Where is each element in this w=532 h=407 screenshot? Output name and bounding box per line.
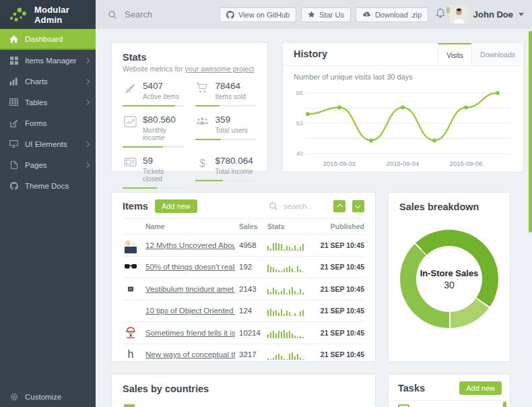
row-sales-value: 3217 (239, 350, 267, 358)
project-link[interactable]: your awesome project (185, 65, 255, 73)
stat-progress-fill (195, 105, 220, 106)
sidebar-item-label: Pages (25, 161, 47, 169)
col-published[interactable]: Published (316, 222, 364, 230)
sidebar-item-theme-docs[interactable]: Theme Docs (0, 175, 96, 196)
col-stats[interactable]: Stats (267, 222, 306, 230)
sidebar-item-tables[interactable]: Tables (0, 92, 96, 113)
stat-progress-track (195, 105, 257, 106)
spark-bar (300, 270, 301, 272)
history-tabs: VisitsDownloads (438, 43, 523, 65)
donut-center-value: 30 (444, 280, 455, 290)
stat-value: $780.064 (215, 156, 253, 166)
tab-visits[interactable]: Visits (438, 43, 471, 65)
sales-breakdown-title: Sales breakdown (399, 201, 499, 212)
col-sales[interactable]: Sales (239, 222, 267, 230)
spark-bar (267, 246, 269, 250)
stat-label: Total income (215, 168, 253, 175)
item-title-link[interactable]: 50% of things doesn't really b... (145, 263, 235, 271)
spark-bar (292, 334, 293, 338)
stat-label: Monthly income (143, 127, 185, 142)
spark-bar (270, 332, 271, 338)
stat-monthly-income: $80.560Monthly income (123, 115, 185, 148)
sidebar-item-ui-elements[interactable]: UI Elements (0, 133, 96, 154)
item-title-link[interactable]: Sometimes friend tells it is cold (145, 329, 235, 337)
stat-text: $80.560Monthly income (143, 115, 185, 142)
sidebar-item-charts[interactable]: Charts (0, 71, 96, 92)
item-title-link[interactable]: New ways of conceptual think... (145, 350, 235, 358)
spark-bar (273, 288, 274, 294)
add-item-button[interactable]: Add new (155, 199, 197, 213)
page-scrollbar[interactable] (529, 31, 532, 232)
tab-downloads[interactable]: Downloads (471, 43, 523, 65)
row-avatar-cell (123, 303, 139, 319)
spark-bar (284, 358, 285, 360)
item-title-link[interactable]: Vestibulum tincidunt amet lao... (145, 285, 235, 293)
item-title-link[interactable]: 10 tips of Object Oriented Des... (145, 307, 235, 315)
user-menu[interactable]: John Doe (450, 0, 524, 29)
row-published-value: 21 SEP 10:45 (316, 307, 364, 315)
chevron-right-icon (84, 99, 90, 104)
row-name-cell: Sometimes friend tells it is cold (145, 329, 239, 337)
sidebar-item-customize[interactable]: Customize (0, 386, 96, 407)
stat-progress-fill (195, 139, 221, 140)
search-input[interactable] (123, 9, 207, 20)
app-title: Modular Admin (34, 5, 96, 25)
sort-down-button[interactable] (352, 200, 364, 212)
spark-bar (286, 311, 288, 316)
spark-bar (297, 293, 298, 294)
spark-bar (289, 312, 290, 316)
item-title-link[interactable]: 12 Myths Uncovered About IT ... (145, 241, 235, 249)
rocket-icon (123, 82, 137, 95)
spark-bar (294, 245, 296, 251)
top-header: Modular Admin View on GitHubStar UsDownl… (0, 0, 532, 29)
stats-grid: 5407Active items78464Items sold$80.560Mo… (123, 82, 257, 189)
chevron-down-icon (519, 13, 524, 16)
sidebar-item-items-manager[interactable]: Items Manager (0, 50, 96, 71)
spark-bar (289, 290, 290, 294)
avatar-watch-icon (123, 281, 139, 297)
svg-text:2015-09-06: 2015-09-06 (450, 160, 483, 167)
spark-bar (289, 354, 290, 360)
items-search-input[interactable] (282, 201, 327, 211)
search-icon (108, 10, 117, 20)
notifications-button[interactable]: 8 (436, 0, 450, 37)
stat-value: 59 (143, 156, 185, 166)
row-published-value: 21 SEP 10:45 (316, 285, 364, 293)
row-stats-cell (267, 349, 306, 360)
spark-bar (286, 268, 288, 272)
desktop-icon (9, 140, 19, 148)
items-card: Items Add new Name Sales Stats Published… (111, 192, 376, 362)
add-task-button[interactable]: Add new (459, 381, 502, 395)
spark-bar (286, 293, 288, 294)
stat-top: 5407Active items (123, 82, 185, 100)
header-buttons: View on GitHubStar UsDownload .zip (220, 0, 428, 29)
stat-progress-track (123, 146, 185, 148)
spark-bar (267, 265, 269, 272)
spark-bar (270, 359, 271, 361)
sidebar-item-dashboard[interactable]: Dashboard (0, 29, 96, 50)
row-sales-value: 192 (239, 263, 267, 271)
spark-bar (302, 272, 304, 273)
stat-top: 78464Items sold (195, 82, 257, 100)
header-button-download-zip[interactable]: Download .zip (356, 7, 428, 22)
spark-bar (289, 266, 290, 272)
sales-breakdown-donut[interactable]: In-Store Sales 30 (400, 230, 498, 328)
header-button-view-on-github[interactable]: View on GitHub (220, 7, 296, 22)
table-row: hNew ways of conceptual think...321721 S… (123, 344, 364, 366)
stats-title: Stats (123, 52, 257, 63)
spark-bar (286, 359, 288, 361)
app-logo[interactable]: Modular Admin (0, 0, 96, 29)
sidebar-item-forms[interactable]: Forms (0, 113, 96, 133)
sort-up-button[interactable] (333, 200, 345, 212)
stat-label: Items sold (215, 93, 246, 100)
spark-bar (302, 310, 304, 317)
col-name[interactable]: Name (145, 222, 239, 230)
header-button-star-us[interactable]: Star Us (301, 7, 351, 22)
task-checkbox[interactable] (398, 404, 409, 407)
global-search (108, 0, 207, 29)
sidebar-item-pages[interactable]: Pages (0, 154, 96, 175)
stat-progress-fill (123, 105, 175, 106)
tasks-scrollbar[interactable] (503, 402, 506, 407)
items-table-header: Name Sales Stats Published (123, 218, 364, 234)
header-button-label: Star Us (319, 11, 344, 19)
